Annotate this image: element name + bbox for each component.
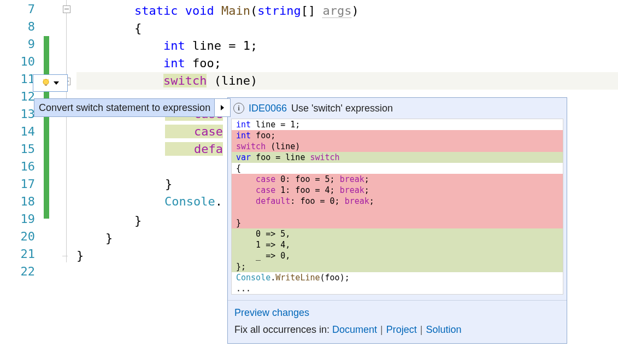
diff-line-added: 0 => 5, bbox=[232, 228, 563, 239]
diff-line-added: 1 => 4, bbox=[232, 239, 563, 250]
line-number: 22 bbox=[2, 265, 35, 278]
svg-rect-1 bbox=[45, 84, 47, 86]
diff-line-added: var foo = line switch bbox=[232, 152, 563, 163]
diff-line: Console.WriteLine(foo); bbox=[232, 272, 563, 283]
lightbulb-button[interactable] bbox=[33, 74, 68, 92]
diagnostic-message: Use 'switch' expression bbox=[291, 103, 393, 114]
separator: | bbox=[377, 324, 386, 335]
fold-toggle[interactable] bbox=[63, 5, 70, 13]
line-number: 11 bbox=[2, 72, 35, 86]
line-number: 15 bbox=[2, 142, 35, 156]
line-number: 10 bbox=[2, 55, 35, 68]
line-number: 7 bbox=[2, 2, 35, 16]
quickfix-action-label: Convert switch statement to expression bbox=[39, 102, 210, 114]
diff-line-added: _ => 0, bbox=[232, 250, 563, 261]
fix-solution-link[interactable]: Solution bbox=[426, 324, 462, 335]
diff-line-removed: default: foo = 0; break; bbox=[232, 196, 563, 207]
outline-line bbox=[66, 0, 67, 262]
diagnostic-id: IDE0066 bbox=[249, 103, 287, 114]
fix-document-link[interactable]: Document bbox=[332, 324, 377, 335]
preview-changes-link[interactable]: Preview changes bbox=[234, 307, 309, 318]
quickfix-action-item[interactable]: Convert switch statement to expression bbox=[34, 98, 231, 117]
diff-line-removed: case 1: foo = 4; break; bbox=[232, 185, 563, 196]
diff-line: ... bbox=[232, 283, 563, 294]
diff-line-added: }; bbox=[232, 261, 563, 272]
info-icon: i bbox=[233, 103, 244, 114]
change-indicator-bar bbox=[44, 36, 49, 219]
quickfix-preview-panel: i IDE0066 Use 'switch' expression int li… bbox=[227, 97, 567, 344]
code-line-highlighted[interactable]: switch (line) bbox=[76, 72, 618, 90]
line-number: 12 bbox=[2, 90, 35, 103]
outline-end bbox=[62, 256, 68, 256]
diff-view[interactable]: int line = 1; int foo; switch (line) var… bbox=[231, 119, 563, 295]
separator: | bbox=[417, 324, 426, 335]
line-number: 18 bbox=[2, 195, 35, 208]
line-number: 20 bbox=[2, 230, 35, 243]
line-number: 19 bbox=[2, 212, 35, 226]
line-number: 14 bbox=[2, 125, 35, 138]
line-number: 8 bbox=[2, 20, 35, 33]
line-number: 17 bbox=[2, 177, 35, 191]
fix-occurrences-label: Fix all occurrences in: bbox=[234, 324, 332, 335]
fix-project-link[interactable]: Project bbox=[386, 324, 417, 335]
diff-line-removed: } bbox=[232, 218, 563, 228]
diff-line-removed bbox=[232, 207, 563, 218]
chevron-right-icon bbox=[221, 105, 224, 110]
quickfix-expand-button[interactable] bbox=[214, 99, 230, 116]
preview-footer: Preview changes Fix all occurrences in: … bbox=[228, 300, 567, 343]
diff-line: { bbox=[232, 163, 563, 174]
line-number: 9 bbox=[2, 37, 35, 51]
code-line[interactable]: int foo; bbox=[76, 55, 618, 72]
line-number: 16 bbox=[2, 160, 35, 173]
line-number: 13 bbox=[2, 107, 35, 121]
code-line[interactable]: { bbox=[76, 20, 618, 37]
lightbulb-icon bbox=[42, 79, 50, 87]
dropdown-arrow-icon bbox=[54, 81, 59, 85]
diff-line-removed: switch (line) bbox=[232, 141, 563, 152]
code-line[interactable]: int line = 1; bbox=[76, 37, 618, 55]
line-number: 21 bbox=[2, 247, 35, 261]
diff-line-removed: case 0: foo = 5; break; bbox=[232, 174, 563, 185]
diff-line: int line = 1; bbox=[232, 119, 563, 130]
code-line[interactable]: static void Main(string[] args) bbox=[76, 2, 618, 20]
diff-line-removed: int foo; bbox=[232, 130, 563, 141]
preview-header: i IDE0066 Use 'switch' expression bbox=[228, 98, 567, 119]
